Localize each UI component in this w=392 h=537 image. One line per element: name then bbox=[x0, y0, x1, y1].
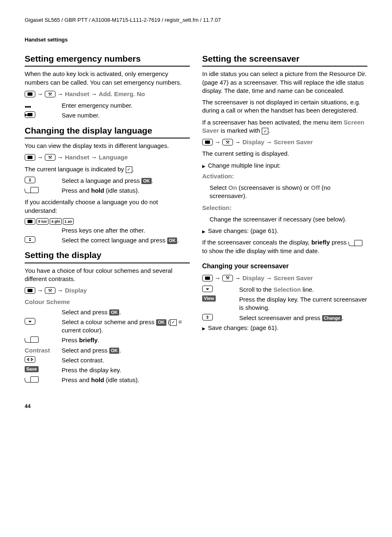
instruction-text: Save number. bbox=[62, 111, 190, 120]
end-call-icon bbox=[25, 376, 39, 383]
instruction-text: Press keys one after the other. bbox=[62, 226, 190, 235]
nav-updown-icon bbox=[202, 314, 213, 320]
arrow-icon: → bbox=[214, 274, 221, 282]
colour-scheme-label: Colour Scheme bbox=[25, 298, 190, 306]
ss-current: The current setting is displayed. bbox=[202, 150, 367, 158]
path-segment: Language bbox=[99, 153, 128, 161]
screensaver-menu-path: → → Display → Screen Saver bbox=[202, 138, 367, 146]
settings-icon bbox=[45, 154, 55, 161]
ok-badge: OK bbox=[167, 237, 178, 244]
menu-icon bbox=[202, 275, 213, 281]
ss-para-2: The screensaver is not displayed in cert… bbox=[202, 98, 367, 115]
check-icon: ✓ bbox=[262, 128, 268, 134]
arrow-icon: → bbox=[266, 138, 272, 146]
selection-text: Change the screensaver if necessary (see… bbox=[210, 215, 367, 224]
instruction-text: Press the display key. The current scree… bbox=[239, 295, 367, 312]
ss-conceal: If the screensaver conceals the display,… bbox=[202, 238, 367, 255]
heading-change-screensaver: Changing your screensaver bbox=[202, 262, 367, 271]
key-8: 8 tuv bbox=[37, 218, 48, 225]
nav-down-icon bbox=[25, 318, 35, 325]
instruction-text: Select a language and press OK. bbox=[62, 177, 190, 185]
arrow-icon: → bbox=[214, 138, 221, 146]
path-segment: Display bbox=[242, 138, 264, 146]
page-number: 44 bbox=[25, 403, 367, 410]
heading-emergency: Setting emergency numbers bbox=[25, 53, 190, 67]
change-ss-menu-path: → → Display → Screen Saver bbox=[202, 274, 367, 282]
check-icon: ✓ bbox=[170, 319, 177, 326]
language-intro: You can view the display texts in differ… bbox=[25, 142, 190, 150]
instruction-text: Select and press OK. bbox=[62, 346, 190, 355]
end-call-icon bbox=[348, 240, 362, 246]
display-menu-path: → → Display bbox=[25, 286, 190, 295]
activation-label: Activation: bbox=[202, 172, 367, 180]
settings-icon bbox=[45, 91, 55, 97]
instruction-text: Select screensaver and press Change. bbox=[239, 314, 367, 322]
arrow-icon: → bbox=[91, 90, 97, 98]
menu-icon bbox=[25, 218, 35, 225]
language-menu-path: → → Handset → Language bbox=[25, 153, 190, 161]
keypad-icon bbox=[25, 101, 31, 108]
section-title: Handset settings bbox=[25, 36, 367, 44]
key-1: 1 ao bbox=[63, 218, 74, 225]
language-accident: If you accidentally choose a language yo… bbox=[25, 198, 190, 215]
end-call-icon bbox=[25, 336, 39, 343]
instruction-text: Press briefly. bbox=[62, 336, 190, 344]
bullet-change-input: Change multiple line input: bbox=[202, 161, 367, 170]
ok-badge: OK bbox=[141, 178, 152, 184]
save-badge: Save bbox=[25, 366, 39, 372]
nav-updown-icon bbox=[25, 236, 35, 243]
ok-badge: OK bbox=[109, 309, 120, 316]
bullet-save-changes-2: Save changes: (page 61). bbox=[202, 324, 367, 332]
nav-updown-icon bbox=[25, 177, 35, 183]
instruction-text: Enter emergency number. bbox=[62, 101, 190, 110]
instruction-text: Select and press OK. bbox=[62, 308, 190, 316]
check-icon: ✓ bbox=[126, 166, 132, 173]
ok-badge: OK bbox=[156, 319, 166, 325]
instruction-text: Press and hold (idle status). bbox=[62, 187, 190, 195]
ss-para-1: In idle status you can select a picture … bbox=[202, 70, 367, 95]
path-segment: Handset bbox=[65, 153, 89, 161]
instruction-text: Press the display key. bbox=[62, 366, 190, 374]
settings-icon bbox=[222, 275, 233, 281]
menu-icon bbox=[25, 154, 35, 161]
arrow-icon: → bbox=[57, 286, 63, 295]
menu-icon bbox=[202, 139, 213, 145]
selection-label: Selection: bbox=[202, 204, 367, 212]
document-path-header: Gigaset SL565 / GBR PTT / A31008-M1715-L… bbox=[25, 16, 367, 24]
right-column: Setting the screensaver In idle status y… bbox=[202, 48, 367, 386]
nav-leftright-icon bbox=[25, 356, 35, 363]
language-current: The current language is indicated by ✓. bbox=[25, 165, 190, 173]
instruction-text: Select a colour scheme and press OK (✓ =… bbox=[62, 318, 190, 335]
instruction-text: Press and hold (idle status). bbox=[62, 376, 190, 384]
menu-icon bbox=[25, 91, 35, 97]
ok-badge: OK bbox=[109, 348, 120, 354]
contrast-label: Contrast bbox=[25, 346, 50, 355]
change-badge: Change bbox=[322, 315, 342, 321]
arrow-icon: → bbox=[37, 286, 43, 295]
path-segment: Screen Saver bbox=[274, 138, 313, 146]
menu-icon bbox=[25, 287, 35, 294]
settings-icon bbox=[222, 139, 233, 145]
path-segment: Handset bbox=[65, 90, 89, 98]
arrow-icon: → bbox=[91, 153, 97, 161]
arrow-icon: → bbox=[235, 274, 241, 282]
heading-language: Changing the display language bbox=[25, 125, 190, 138]
path-segment: Screen Saver bbox=[274, 274, 313, 282]
instruction-text: Select the correct language and press OK… bbox=[62, 236, 190, 244]
emergency-intro: When the auto key lock is activated, onl… bbox=[25, 70, 190, 87]
arrow-icon: → bbox=[57, 153, 63, 161]
emergency-menu-path: → → Handset → Add. Emerg. No bbox=[25, 90, 190, 98]
heading-screensaver: Setting the screensaver bbox=[202, 53, 367, 67]
settings-icon bbox=[45, 287, 55, 294]
arrow-icon: → bbox=[37, 90, 43, 98]
arrow-icon: → bbox=[266, 274, 272, 282]
heading-display: Setting the display bbox=[25, 249, 190, 263]
left-column: Setting emergency numbers When the auto … bbox=[25, 48, 190, 386]
ss-para-3: If a screensaver has been activated, the… bbox=[202, 118, 367, 135]
arrow-icon: → bbox=[57, 90, 63, 98]
instruction-text: Scroll to the Selection line. bbox=[239, 286, 367, 294]
path-segment: Display bbox=[65, 286, 87, 295]
path-segment: Display bbox=[242, 274, 264, 282]
path-segment: Add. Emerg. No bbox=[99, 90, 145, 98]
bullet-save-changes: Save changes: (page 61). bbox=[202, 227, 367, 235]
